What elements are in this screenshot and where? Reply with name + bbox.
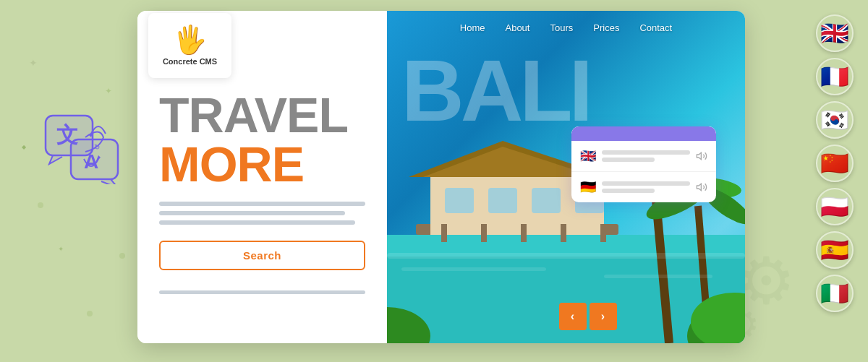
flags-column: 🇬🇧 🇫🇷 🇰🇷 🇨🇳 🇵🇱 🇪🇸 🇮🇹 — [816, 14, 854, 312]
en-line-2 — [602, 158, 655, 162]
svg-rect-19 — [441, 224, 447, 242]
star-3: ✦ — [105, 87, 112, 95]
en-line-1 — [602, 150, 690, 155]
flag-english[interactable]: 🇬🇧 — [816, 14, 854, 52]
german-lines — [602, 181, 690, 193]
more-label: MORE — [159, 139, 365, 189]
bottom-line — [159, 290, 365, 294]
nav-contact[interactable]: Contact — [639, 22, 672, 33]
svg-rect-37 — [401, 267, 546, 271]
star-2: ✦ — [58, 246, 64, 253]
speaker-en-icon — [696, 150, 707, 162]
svg-marker-43 — [697, 184, 701, 190]
nav-bar: Home About Tours Prices Contact — [387, 11, 745, 44]
svg-rect-38 — [604, 275, 712, 278]
content-line-2 — [159, 211, 345, 215]
travel-label: TRAVEL — [159, 90, 365, 139]
dot-1 — [38, 202, 43, 208]
browser-right-panel: Home About Tours Prices Contact BALI — [387, 11, 745, 343]
search-button[interactable]: Search — [159, 241, 365, 270]
travel-heading: TRAVEL MORE — [159, 90, 365, 189]
svg-rect-23 — [600, 224, 606, 242]
speaker-de-icon — [696, 181, 707, 193]
svg-rect-17 — [532, 188, 561, 213]
translate-bubble-icon: 文 ↻ A — [42, 112, 122, 187]
flag-italian[interactable]: 🇮🇹 — [816, 275, 854, 312]
content-line-3 — [159, 220, 355, 225]
svg-rect-16 — [488, 188, 517, 213]
nav-prices[interactable]: Prices — [593, 22, 619, 33]
de-line-1 — [602, 181, 690, 186]
nav-about[interactable]: About — [505, 22, 529, 33]
english-flag-dialog: 🇬🇧 — [580, 148, 596, 164]
nav-tours[interactable]: Tours — [550, 22, 573, 33]
dialog-row-english: 🇬🇧 — [571, 141, 716, 172]
translation-dialog: 🇬🇧 🇩🇪 — [571, 126, 716, 202]
flag-polish[interactable]: 🇵🇱 — [816, 188, 854, 225]
content-line-1 — [159, 202, 365, 206]
cms-logo-text: Concrete CMS — [163, 57, 217, 66]
flag-korean[interactable]: 🇰🇷 — [816, 101, 854, 139]
dialog-header-bar — [571, 126, 716, 141]
prev-arrow[interactable]: ‹ — [559, 303, 587, 330]
cms-logo-hand: 🖐 — [173, 24, 207, 56]
svg-rect-36 — [387, 253, 745, 259]
content-lines — [159, 202, 365, 225]
svg-rect-22 — [561, 224, 566, 242]
dialog-row-german: 🇩🇪 — [571, 172, 716, 202]
flag-french[interactable]: 🇫🇷 — [816, 58, 854, 95]
star-4: ◆ — [22, 145, 26, 150]
bali-watermark: BALI — [401, 47, 590, 134]
flag-chinese[interactable]: 🇨🇳 — [816, 145, 854, 182]
carousel-controls: ‹ › — [559, 303, 617, 330]
de-line-2 — [602, 189, 655, 193]
english-lines — [602, 150, 690, 162]
cms-logo: 🖐 Concrete CMS — [148, 13, 231, 78]
german-flag-dialog: 🇩🇪 — [580, 179, 596, 195]
nav-home[interactable]: Home — [460, 22, 485, 33]
svg-rect-20 — [481, 224, 487, 242]
next-arrow[interactable]: › — [590, 303, 617, 330]
svg-rect-21 — [521, 224, 527, 242]
dot-2 — [87, 311, 93, 316]
star-1: ✦ — [29, 58, 38, 68]
flag-spanish[interactable]: 🇪🇸 — [816, 231, 854, 269]
svg-rect-15 — [445, 188, 474, 213]
dot-3 — [119, 253, 125, 259]
svg-marker-42 — [697, 152, 701, 159]
